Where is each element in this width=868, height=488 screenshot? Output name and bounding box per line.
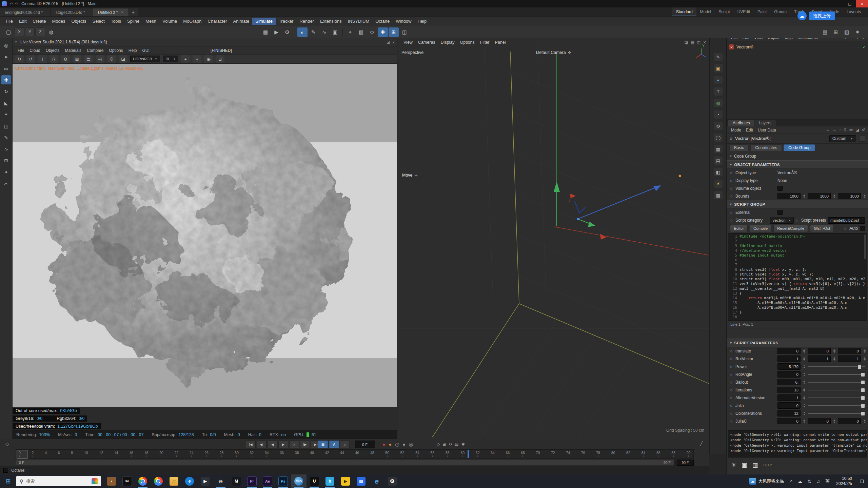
script-preset-field[interactable]: mandelbulb2.osl <box>828 217 865 224</box>
vp-close-icon[interactable]: ✕ <box>703 40 706 45</box>
settings-app-icon[interactable]: ⚙ <box>384 474 400 488</box>
display-type-value[interactable]: None <box>777 178 787 183</box>
cloud-upload-icon[interactable]: ☁ <box>797 11 807 20</box>
magnet-tool-icon[interactable]: Ω <box>367 27 377 37</box>
auto-compile-checkbox[interactable] <box>860 226 865 231</box>
snap-frames-toggle[interactable]: ▦ <box>318 441 328 448</box>
menu-item[interactable]: Simulate <box>252 18 276 25</box>
vp-menu-icon[interactable]: ▤ <box>691 40 694 45</box>
zoom-tool-icon[interactable]: ◎ <box>1 41 11 50</box>
spinner-icon[interactable] <box>803 418 806 424</box>
octane-cube-icon[interactable]: ▣ <box>714 64 723 73</box>
layout-tab[interactable]: Layouts <box>843 7 865 16</box>
script-category-select[interactable]: vectron▼ <box>770 217 794 224</box>
render-settings-icon[interactable]: ⚙ <box>282 27 292 37</box>
octane-render-view[interactable]: Check:0ms./0ms. MeshGen:0ms. Update[C]:0… <box>12 64 397 407</box>
object-type-value[interactable]: VectronÂ® <box>777 170 797 175</box>
layout-tab[interactable]: UVEdit <box>734 7 754 16</box>
console-log[interactable]: <node 'OslGeometry'>:61: warning: cannot… <box>728 430 867 458</box>
menu-item[interactable]: File <box>3 18 16 25</box>
imager-mode-select[interactable]: HDR/sRGB▼ <box>130 56 160 62</box>
octane-texture-icon[interactable]: ▩ <box>714 191 723 199</box>
bilibili-icon[interactable]: b <box>322 474 338 488</box>
texture-mode-icon[interactable]: ▨ <box>356 27 366 37</box>
preview-range-bar[interactable]: 0 F 90 F <box>16 460 674 466</box>
onedrive-icon[interactable]: ☁ <box>795 474 805 488</box>
layout-tab[interactable]: Sculpt <box>715 7 733 16</box>
next-key-button[interactable]: |▶ <box>300 441 310 448</box>
spinner-icon[interactable] <box>863 348 866 354</box>
external-checkbox[interactable] <box>777 210 783 215</box>
new-document-tab-button[interactable]: + <box>129 8 138 16</box>
render-picture-viewer-icon[interactable]: ▶ <box>271 27 281 37</box>
keyframe-time-icon[interactable]: ◷ <box>395 442 399 447</box>
menu-item[interactable]: Extensions <box>317 18 345 25</box>
prev-frame-button[interactable]: ◀ <box>268 441 277 448</box>
fcurve-icon[interactable]: ╱ <box>700 441 703 446</box>
cinema4d-icon[interactable]: C4D <box>291 474 307 488</box>
param-anim-dot-icon[interactable]: ◇ <box>730 388 733 392</box>
autokeying-button[interactable]: ● <box>389 442 391 447</box>
param-slider[interactable] <box>808 410 865 416</box>
live-selection-tool-icon[interactable]: ➤ <box>1 52 11 61</box>
param-slider[interactable] <box>808 387 865 393</box>
console-icon[interactable]: ▣ <box>742 462 747 469</box>
spinner-icon[interactable] <box>833 193 836 199</box>
key-parameter-toggle[interactable]: ▤ <box>455 442 458 447</box>
snap-settings-icon[interactable]: ⊞ <box>1 156 11 165</box>
checker-toggle-icon[interactable]: ▪ <box>193 55 201 63</box>
layout-tab[interactable]: Model <box>696 7 715 16</box>
menu-item[interactable]: Volume <box>159 18 180 25</box>
octane-circle-icon[interactable]: ◯ <box>714 134 723 142</box>
document-tab[interactable]: endingfish0106.c4d * <box>0 8 51 16</box>
preset-options-button[interactable] <box>859 136 865 142</box>
param-anim-dot-icon[interactable]: ◇ <box>730 211 733 214</box>
menu-item[interactable]: Render <box>296 18 317 25</box>
octane-liveviewer-icon[interactable]: ◐ <box>297 27 308 37</box>
param-value-field[interactable]: 1 <box>777 394 801 401</box>
document-tab[interactable]: stage1205.c4d * <box>51 8 93 16</box>
lv-menu-item[interactable]: File <box>15 48 27 53</box>
tray-chevron-up-icon[interactable]: ^ <box>788 474 795 488</box>
param-value-field[interactable]: 13 <box>777 387 801 393</box>
photoshop-icon[interactable]: Ps <box>275 474 291 488</box>
menu-item[interactable]: Edit <box>16 18 29 25</box>
octane-monitor-icon[interactable]: ◧ <box>714 168 723 176</box>
osl-code-editor[interactable]: 1#include <octane-oslintrin.h>23#define … <box>728 233 867 321</box>
spinner-icon[interactable] <box>803 395 806 401</box>
taskbar-search-input[interactable]: ⚲ 搜索 <box>16 476 101 486</box>
lv-menu-item[interactable]: Help <box>126 48 140 53</box>
next-frame-button[interactable]: ▷ <box>289 441 299 448</box>
octane-sphere-icon[interactable]: ● <box>714 76 723 84</box>
panel-tab[interactable]: Layers <box>755 120 776 126</box>
volume-icon[interactable]: ♫ <box>814 474 823 488</box>
object-name[interactable]: Vectron® <box>736 45 753 49</box>
aftereffects-icon[interactable]: Ae <box>260 474 275 488</box>
scale-tool-icon[interactable]: ◣ <box>1 98 11 107</box>
preset-select[interactable]: Custom▼ <box>829 135 856 142</box>
lock-icon[interactable]: ◪ <box>855 128 859 132</box>
lv-menu-item[interactable]: Cloud <box>27 48 43 53</box>
param-value-field[interactable]: 0 <box>777 418 801 424</box>
burger-icon[interactable]: ≡ <box>15 40 17 44</box>
perspective-viewport[interactable]: Y ViewCamerasDisplayOptionsFilterPanel ◪… <box>397 38 710 439</box>
menu-item[interactable]: Tracker <box>276 18 297 25</box>
toolbar-icon[interactable] <box>342 28 343 36</box>
octane-chart-icon[interactable]: ▤ <box>714 157 723 165</box>
modeling-axis-icon[interactable]: ⌖ <box>345 27 355 37</box>
param-anim-dot-icon[interactable]: ◇ <box>730 365 733 368</box>
param-anim-dot-icon[interactable]: ◇ <box>730 171 733 175</box>
workplane-icon[interactable]: ◫ <box>399 27 410 37</box>
attributes-menu-item[interactable]: User Data <box>755 128 778 133</box>
param-slider[interactable] <box>808 395 865 401</box>
lv-menu-item[interactable]: Materials <box>62 48 84 53</box>
up-icon[interactable]: ↑ <box>839 128 841 132</box>
spinner-icon[interactable] <box>803 371 806 377</box>
record-keyframe-button[interactable]: ● <box>382 442 385 447</box>
tab-close-icon[interactable]: ✕ <box>121 11 124 14</box>
param-slider[interactable] <box>808 379 865 385</box>
spinner-icon[interactable] <box>833 356 836 362</box>
menu-item[interactable]: Mesh <box>142 18 159 25</box>
script-parameters-header[interactable]: ▾ SCRIPT PARAMETERS <box>727 339 868 347</box>
lv-menu-item[interactable]: GUI <box>139 48 152 53</box>
